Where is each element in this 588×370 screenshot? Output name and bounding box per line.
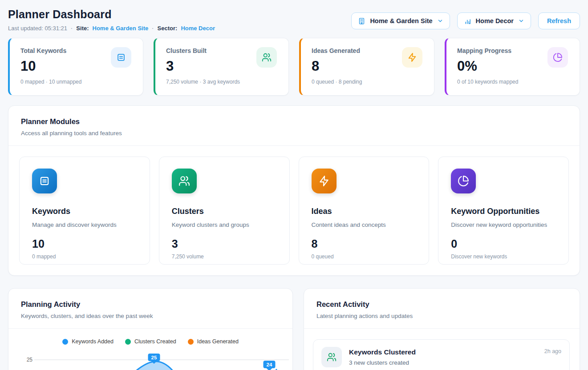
stat-subtitle: 0 of 10 keywords mapped bbox=[457, 79, 569, 85]
sector-label: Sector: bbox=[158, 25, 178, 32]
planner-dashboard-page: Planner Dashboard Last updated: 05:31:21… bbox=[0, 0, 588, 370]
meta-separator: · bbox=[71, 25, 73, 32]
module-value: 8 bbox=[312, 237, 417, 250]
module-stat: 0 queued bbox=[312, 253, 417, 260]
module-stat: 0 mapped bbox=[32, 253, 137, 260]
stat-card-clusters-built: Clusters Built 3 7,250 volume · 3 avg ke… bbox=[154, 38, 289, 96]
zap-icon bbox=[312, 169, 337, 193]
legend-label: Keywords Added bbox=[72, 338, 114, 345]
chevron-down-icon bbox=[437, 18, 443, 24]
site-label: Site: bbox=[76, 25, 89, 32]
panel-title: Planner Modules bbox=[21, 117, 567, 126]
planner-modules-header: Planner Modules Access all planning tool… bbox=[8, 106, 580, 146]
planning-activity-chart: Keywords Added Clusters Created Ideas Ge… bbox=[8, 329, 292, 370]
module-title: Keywords bbox=[32, 207, 137, 216]
chevron-down-icon bbox=[518, 18, 524, 24]
site-selector-value: Home & Garden Site bbox=[370, 17, 432, 24]
legend-item-clusters-created[interactable]: Clusters Created bbox=[125, 338, 176, 345]
panel-title: Planning Activity bbox=[21, 300, 280, 309]
zap-icon bbox=[402, 47, 422, 68]
planner-modules-panel: Planner Modules Access all planning tool… bbox=[8, 105, 580, 276]
bottom-row: Planning Activity Keywords, clusters, an… bbox=[8, 288, 580, 370]
module-card-keywords[interactable]: Keywords Manage and discover keywords 10… bbox=[19, 157, 150, 265]
topbar: Planner Dashboard Last updated: 05:31:21… bbox=[8, 0, 580, 32]
module-card-ideas[interactable]: Ideas Content ideas and concepts 8 0 que… bbox=[299, 157, 430, 265]
module-card-clusters[interactable]: Clusters Keyword clusters and groups 3 7… bbox=[159, 157, 290, 265]
building-icon bbox=[358, 17, 365, 25]
module-description: Discover new keyword opportunities bbox=[451, 221, 556, 228]
site-selector-dropdown[interactable]: Home & Garden Site bbox=[351, 12, 450, 29]
stat-card-ideas-generated: Ideas Generated 8 0 queued · 8 pending bbox=[299, 38, 434, 96]
panel-subtitle: Latest planning actions and updates bbox=[316, 313, 567, 319]
module-title: Clusters bbox=[172, 207, 277, 216]
module-value: 10 bbox=[32, 237, 137, 250]
module-title: Keyword Opportunities bbox=[451, 207, 556, 216]
activity-timestamp: 2h ago bbox=[544, 348, 561, 354]
y-axis-tick-25: 25 bbox=[21, 357, 32, 363]
sector-selector-value: Home Decor bbox=[476, 17, 514, 24]
stat-card-total-keywords: Total Keywords 10 0 mapped · 10 unmapped bbox=[8, 38, 143, 96]
users-icon bbox=[256, 47, 277, 68]
legend-label: Clusters Created bbox=[134, 338, 176, 345]
panel-subtitle: Keywords, clusters, and ideas over the p… bbox=[21, 313, 280, 319]
module-description: Keyword clusters and groups bbox=[172, 221, 277, 228]
last-updated-text: Last updated: 05:31:21 bbox=[8, 25, 67, 32]
module-title: Ideas bbox=[312, 207, 417, 216]
legend-label: Ideas Generated bbox=[197, 338, 239, 345]
panel-subtitle: Access all planning tools and features bbox=[21, 130, 567, 137]
module-value: 3 bbox=[172, 237, 277, 250]
activity-item-keywords-clustered: Keywords Clustered 2h ago 3 new clusters… bbox=[313, 339, 570, 370]
modules-grid: Keywords Manage and discover keywords 10… bbox=[8, 146, 580, 275]
activity-description: 3 new clusters created bbox=[349, 359, 561, 366]
stat-card-mapping-progress: Mapping Progress 0% 0 of 10 keywords map… bbox=[445, 38, 580, 96]
recent-activity-header: Recent Activity Latest planning actions … bbox=[304, 289, 580, 329]
activity-title: Keywords Clustered bbox=[349, 348, 416, 356]
site-link[interactable]: Home & Garden Site bbox=[93, 25, 149, 32]
pie-chart-icon bbox=[451, 169, 476, 193]
refresh-button[interactable]: Refresh bbox=[538, 12, 580, 29]
chart-plot-area: 25 25 24 bbox=[16, 350, 285, 370]
stat-subtitle: 7,250 volume · 3 avg keywords bbox=[166, 79, 278, 85]
planning-activity-header: Planning Activity Keywords, clusters, an… bbox=[8, 289, 292, 329]
page-meta: Last updated: 05:31:21 · Site: Home & Ga… bbox=[8, 25, 215, 32]
note-icon bbox=[32, 169, 57, 193]
recent-activity-panel: Recent Activity Latest planning actions … bbox=[304, 288, 580, 370]
planning-activity-panel: Planning Activity Keywords, clusters, an… bbox=[8, 288, 293, 370]
legend-item-keywords-added[interactable]: Keywords Added bbox=[62, 338, 114, 345]
bar-chart-icon bbox=[464, 17, 471, 25]
page-title: Planner Dashboard bbox=[8, 8, 215, 21]
legend-item-ideas-generated[interactable]: Ideas Generated bbox=[188, 338, 239, 345]
svg-text:24: 24 bbox=[267, 362, 272, 367]
stat-subtitle: 0 mapped · 10 unmapped bbox=[20, 79, 132, 85]
svg-text:25: 25 bbox=[151, 355, 157, 360]
keywords-added-area-series: 25 24 bbox=[34, 350, 292, 370]
module-description: Manage and discover keywords bbox=[32, 221, 137, 228]
users-icon bbox=[172, 169, 197, 193]
sector-selector-dropdown[interactable]: Home Decor bbox=[457, 12, 531, 29]
sector-link[interactable]: Home Decor bbox=[181, 25, 215, 32]
module-value: 0 bbox=[451, 237, 556, 250]
module-stat: Discover new keywords bbox=[451, 253, 556, 260]
stat-subtitle: 0 queued · 8 pending bbox=[312, 79, 423, 85]
meta-separator: · bbox=[152, 25, 154, 32]
legend-dot-blue bbox=[62, 339, 68, 345]
note-icon bbox=[111, 47, 131, 68]
users-icon bbox=[321, 347, 342, 367]
panel-title: Recent Activity bbox=[316, 300, 567, 309]
chart-legend: Keywords Added Clusters Created Ideas Ge… bbox=[16, 338, 285, 345]
data-label-24: 24 bbox=[264, 361, 276, 370]
module-card-keyword-opportunities[interactable]: Keyword Opportunities Discover new keywo… bbox=[438, 157, 569, 265]
pie-chart-icon bbox=[547, 47, 568, 68]
recent-activity-list: Keywords Clustered 2h ago 3 new clusters… bbox=[304, 329, 580, 370]
stats-row: Total Keywords 10 0 mapped · 10 unmapped… bbox=[8, 38, 580, 96]
module-description: Content ideas and concepts bbox=[312, 221, 417, 228]
legend-dot-green bbox=[125, 339, 131, 345]
module-stat: 7,250 volume bbox=[172, 253, 277, 260]
legend-dot-orange bbox=[188, 339, 194, 345]
